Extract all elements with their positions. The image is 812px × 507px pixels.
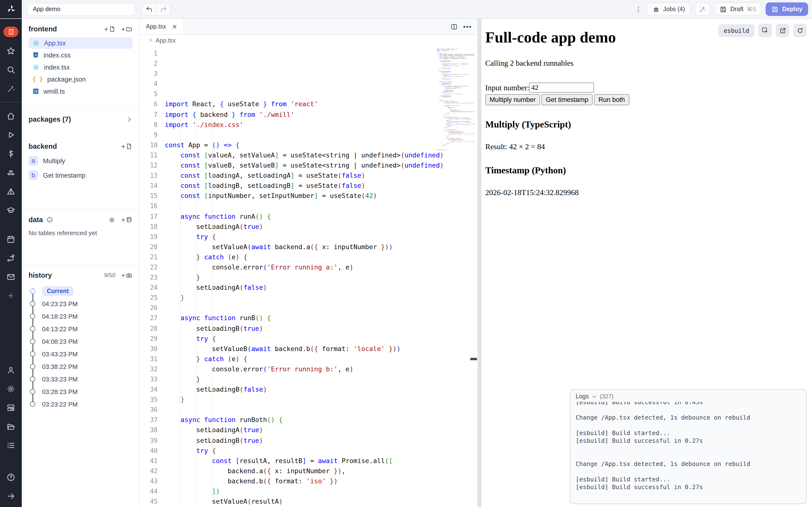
add-table-button[interactable]: + (121, 216, 133, 223)
file-item-wmill-ts[interactable]: TSwmill.ts (29, 86, 133, 97)
run-both-button[interactable]: Run both (594, 94, 629, 105)
history-node-icon (30, 288, 35, 294)
runnable-item-b[interactable]: bGet timestamp (29, 169, 133, 181)
history-item-current[interactable]: Current (30, 285, 133, 297)
code-line: const [loadingA, setLoadingA] = useState… (165, 170, 477, 181)
history-entry[interactable]: 03:43:23 PM (30, 348, 133, 360)
expand-rail-icon[interactable] (5, 491, 17, 501)
history-node-icon (30, 364, 35, 369)
audit-logs-icon[interactable] (5, 440, 17, 451)
home-icon[interactable] (5, 111, 17, 121)
gear-icon (108, 216, 115, 223)
add-snapshot-button[interactable]: + (121, 272, 133, 279)
code-line: const App = () => { (165, 140, 477, 150)
split-view-icon[interactable] (451, 23, 458, 30)
chevron-right-icon[interactable] (148, 38, 153, 43)
history-entry[interactable]: 03:33:23 PM (30, 373, 133, 385)
triggers-icon[interactable] (5, 186, 17, 196)
line-number-gutter: 1234567891011121314151617181920212223242… (140, 46, 165, 507)
runnable-badge: a (29, 156, 38, 166)
tab-app-tsx[interactable]: App.tsx ✕ (140, 19, 184, 34)
history-current-label: Current (42, 286, 73, 296)
code-line: setLoadingB(false) (165, 384, 477, 394)
history-entry[interactable]: 03:38:22 PM (30, 360, 133, 373)
get-timestamp-button[interactable]: Get timestamp (542, 94, 593, 105)
learn-icon[interactable] (5, 205, 17, 215)
folders-icon[interactable] (5, 421, 17, 432)
jobs-label: Jobs (4) (663, 6, 685, 12)
splitter-grip[interactable] (470, 358, 477, 360)
packages-section[interactable]: packages (7) (22, 109, 139, 129)
react-icon (33, 63, 40, 71)
close-icon[interactable]: ✕ (172, 23, 177, 30)
code-line: backend.b({ format: 'iso' }) (165, 476, 477, 486)
logs-count: (327) (600, 393, 613, 400)
history-entry[interactable]: 04:13:22 PM (30, 323, 133, 335)
ts-icon: TS (33, 88, 39, 95)
code-line: backend.a({ x: inputNumber }), (165, 466, 477, 476)
logs-scroll-area[interactable]: [esbuild] Build successful in 0.45s Chan… (576, 402, 801, 501)
packages-label: packages (7) (29, 115, 71, 123)
add-folder-button[interactable]: + (121, 25, 133, 32)
file-item-package-json[interactable]: { }package.json (29, 73, 133, 85)
code-area[interactable]: 1234567891011121314151617181920212223242… (140, 46, 477, 507)
history-section-title: history (29, 271, 52, 279)
workers-icon[interactable] (5, 402, 17, 413)
open-external-button[interactable] (776, 24, 789, 37)
schedules-icon[interactable] (5, 234, 17, 244)
app-title-input[interactable] (27, 3, 135, 16)
select-mode-button[interactable] (758, 24, 772, 37)
file-item-index-tsx[interactable]: index.tsx (29, 61, 133, 73)
runnable-item-a[interactable]: aMultiply (29, 155, 133, 167)
save-icon (720, 6, 727, 13)
code-line: const [loadingB, setLoadingB] = useState… (165, 181, 477, 191)
code-line: } (165, 394, 477, 405)
panel-splitter[interactable] (477, 19, 481, 507)
result-b-value: 2026-02-18T15:24:32.829968 (485, 188, 808, 197)
redo-button[interactable] (156, 3, 170, 15)
runs-icon[interactable] (5, 129, 17, 140)
mail-icon[interactable] (5, 271, 17, 282)
code-content[interactable]: import React, { useState } from 'react'i… (165, 46, 477, 507)
data-settings-button[interactable] (108, 216, 115, 223)
windmill-logo[interactable] (0, 0, 22, 18)
undo-redo-group (141, 3, 171, 16)
ai-wand-button[interactable] (695, 2, 710, 16)
variables-icon[interactable] (5, 148, 17, 159)
refresh-button[interactable] (793, 24, 807, 37)
left-icon-rail (0, 19, 22, 507)
ai-icon[interactable] (5, 83, 17, 94)
resources-icon[interactable] (5, 167, 17, 178)
more-icon[interactable]: ••• (463, 23, 472, 31)
rail-divider (0, 102, 22, 102)
input-number-field[interactable] (529, 82, 594, 93)
add-file-button[interactable]: + (104, 25, 115, 32)
plus-icon[interactable] (5, 290, 17, 301)
file-item-index-css[interactable]: 3index.css (29, 49, 133, 61)
history-entry[interactable]: 04:23:23 PM (30, 297, 133, 310)
favorites-icon[interactable] (5, 45, 17, 56)
chevron-down-icon[interactable] (592, 394, 597, 399)
code-line: setValueB(await backend.b({ format: 'loc… (165, 344, 477, 354)
deploy-button[interactable]: Deploy (766, 2, 808, 16)
routes-icon[interactable] (5, 252, 17, 263)
undo-button[interactable] (142, 3, 156, 15)
minimap[interactable]: import React, { useState } from 'react'i… (437, 48, 475, 151)
draft-button[interactable]: Draft ⌘S (714, 2, 762, 16)
help-icon[interactable] (5, 472, 17, 483)
file-item-app-tsx[interactable]: App.tsx (29, 37, 133, 49)
multiply-number-button[interactable]: Multiply number (485, 94, 540, 105)
search-icon[interactable] (5, 64, 17, 75)
history-entry[interactable]: 04:08:23 PM (30, 335, 133, 348)
jobs-button[interactable]: Jobs (4) (647, 2, 691, 16)
workspace-icon[interactable] (3, 26, 18, 37)
history-entry[interactable]: 03:23:22 PM (30, 398, 133, 410)
user-icon[interactable] (5, 364, 17, 375)
history-entry[interactable]: 04:18:23 PM (30, 310, 133, 323)
history-node-icon (30, 401, 35, 407)
history-entry[interactable]: 03:28:23 PM (30, 385, 133, 398)
add-runnable-button[interactable]: + (121, 143, 133, 150)
kebab-menu-button[interactable]: ⋮ (634, 5, 643, 13)
logs-panel: Logs (327) [esbuild] Build successful in… (570, 389, 807, 504)
settings-icon[interactable] (5, 383, 17, 394)
